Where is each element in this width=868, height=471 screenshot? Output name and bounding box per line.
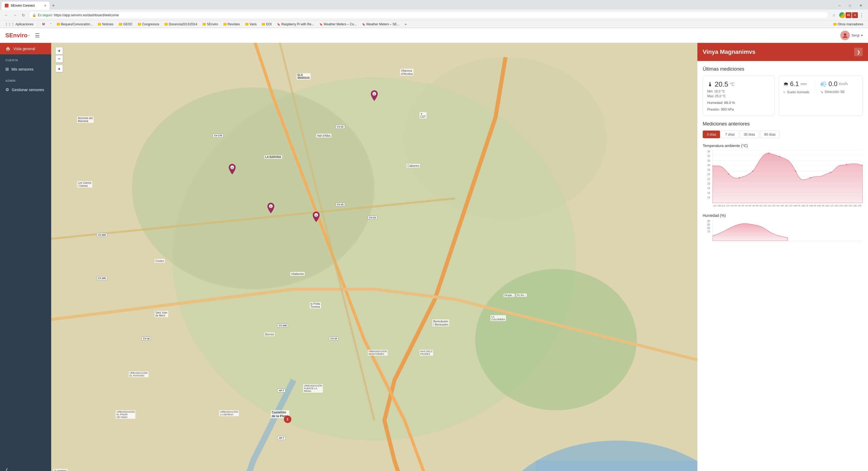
refresh-button[interactable]: ↻: [20, 12, 27, 19]
bookmark-senviro[interactable]: SEnviro: [201, 22, 220, 27]
map-container[interactable]: ELSIBARSOS Vilanovad'Alcolea Atzeneta de…: [51, 43, 698, 471]
tab-7-dias[interactable]: 7 días: [721, 131, 738, 138]
bookmark-geoc[interactable]: GEOC: [117, 22, 134, 27]
svg-point-3: [132, 88, 374, 289]
map-pin-1[interactable]: S: [370, 90, 378, 102]
zoom-out-button[interactable]: −: [56, 55, 63, 63]
svg-point-29: [752, 170, 753, 172]
map-north-button[interactable]: ▲: [56, 65, 63, 72]
bookmark-congressos[interactable]: Congressos: [136, 22, 161, 27]
rain-wind-card: 🌧 6.1 mm ○ Suelo húmedo: [779, 76, 863, 116]
pressure-value: Presión: 993 hPa: [707, 107, 770, 111]
map-pin-2[interactable]: S: [228, 164, 237, 175]
extension-icon[interactable]: 41: [846, 12, 851, 18]
sidebar-vista-general-label: Vista general: [13, 46, 35, 51]
bookmark-revistes[interactable]: Revistes: [222, 22, 242, 27]
temperature-chart-svg: [713, 150, 863, 203]
svg-text:S: S: [373, 93, 375, 95]
svg-point-27: [728, 173, 730, 174]
tab-90-dias[interactable]: 90 días: [760, 131, 780, 138]
road-sign-ap7-top: AP-7: [277, 389, 285, 393]
bookmark-misc[interactable]: *: [49, 22, 53, 27]
svg-text:S: S: [315, 214, 317, 216]
temperature-card: 🌡 20.5 °C Min: 18.0 °C Max: 25.0 °C Hume…: [703, 76, 774, 116]
map-pin-4[interactable]: S: [312, 211, 320, 223]
app-body: 🏠 Vista general CUENTA ⊞ Mis sensores AD…: [0, 43, 868, 471]
cluster-label: 2: [286, 417, 288, 421]
sidebar-collapse-button[interactable]: ❮: [0, 464, 51, 471]
zoom-in-button[interactable]: +: [56, 47, 63, 55]
road-sign-cv15-top: CV-15: [336, 125, 345, 129]
map-controls: + − ▲: [56, 47, 63, 72]
bookmark-gmail[interactable]: M: [40, 22, 46, 27]
browser-chrome: SEnviro Connect ✕ + – □ ✕ ← → ↻ 🔒 Es seg…: [0, 0, 868, 28]
bookmark-apps[interactable]: ⋮⋮⋮ Aplicaciones: [3, 22, 35, 27]
temperature-chart-wrapper: 34 32 30 28 26 24 22 20 18 16 14: [703, 150, 863, 207]
humidity-chart-title: Humedad (%): [703, 213, 863, 217]
active-tab[interactable]: SEnviro Connect ✕: [2, 2, 50, 9]
rain-value: 6.1: [790, 80, 799, 88]
bookmark-weather-co[interactable]: 🔖Weather Meters – Co...: [318, 22, 358, 27]
temperature-value: 20.5: [715, 80, 728, 89]
bookmark-weather-se[interactable]: 🔖Weather Meters – SE...: [361, 22, 401, 27]
close-button[interactable]: ✕: [855, 2, 866, 9]
bookmark-otros[interactable]: Otros marcadores: [832, 22, 865, 27]
bookmark-docencia[interactable]: Docencia2013/2014: [163, 22, 199, 27]
temperature-chart-section: Temperatura ambiente (°C) 34 32 30 28 26…: [703, 144, 863, 207]
rain-wind-section: 🌧 6.1 mm ○ Suelo húmedo: [783, 80, 858, 94]
right-panel: Vinya Magnanimvs ❯ Últimas mediciones 🌡 …: [698, 43, 868, 471]
map-cluster[interactable]: 2: [284, 415, 291, 423]
chrome-menu-button[interactable]: ⋮: [859, 12, 865, 19]
road-sign-cv10-top: CV-10: [368, 216, 377, 220]
road-sign-cv16: CV-16: [142, 337, 151, 340]
minimize-button[interactable]: –: [834, 2, 845, 9]
bookmark-noticies[interactable]: Noticies: [96, 22, 115, 27]
user-dropdown-icon[interactable]: ▾: [861, 34, 863, 37]
rain-subsection: 🌧 6.1 mm ○ Suelo húmedo: [783, 80, 809, 94]
forward-button[interactable]: →: [12, 12, 18, 19]
road-sign-cv165-top: CV-165: [96, 233, 107, 237]
map-svg: [51, 43, 698, 471]
extension-icon-2[interactable]: A: [852, 12, 858, 18]
map-pin-3[interactable]: S: [267, 203, 275, 214]
bookmark-more[interactable]: »: [403, 22, 408, 27]
svg-point-31: [779, 156, 780, 157]
road-sign-cv10-bot: CV-10: [329, 337, 338, 340]
bookmark-varis[interactable]: Varis: [244, 22, 258, 27]
temp-chart-x-labels: jue 18h jue 21h vie 0h vie 3h vie 6h vie…: [712, 204, 863, 207]
wind-unit: Km/h: [839, 82, 848, 86]
wind-value-row: 💨 0.0 Km/h: [820, 80, 848, 88]
new-tab-button[interactable]: +: [50, 2, 57, 9]
sidebar-mis-sensores-label: Mis sensores: [11, 67, 33, 71]
user-avatar[interactable]: [840, 31, 850, 40]
back-button[interactable]: ←: [3, 12, 9, 19]
sidebar-item-gestionar-sensores[interactable]: ⚙ Gestionar sensores: [0, 84, 51, 95]
chrome-menu-icon: [839, 12, 845, 18]
bookmark-beques[interactable]: Beques/Convocatòri...: [55, 22, 94, 27]
tab-30-dias[interactable]: 30 días: [740, 131, 759, 138]
tab-close-button[interactable]: ✕: [44, 4, 46, 7]
wind-value: 0.0: [829, 80, 837, 88]
bookmark-raspberry[interactable]: 🔖Raspberry Pi with Re...: [275, 22, 316, 27]
humidity-chart-wrapper: 90 85 80 75: [703, 220, 863, 241]
svg-point-34: [830, 172, 831, 173]
svg-rect-7: [536, 461, 698, 471]
measurements-row: 🌡 20.5 °C Min: 18.0 °C Max: 25.0 °C Hume…: [703, 76, 863, 116]
panel-next-button[interactable]: ❯: [854, 48, 863, 56]
menu-toggle-button[interactable]: ☰: [35, 32, 40, 39]
maximize-button[interactable]: □: [845, 2, 855, 9]
mediciones-anteriores-title: Mediciones anteriores: [703, 121, 863, 127]
bookmark-star[interactable]: ☆: [831, 12, 837, 19]
wind-icon: 💨: [820, 81, 827, 87]
humidity-chart-y-axis: 90 85 80 75: [703, 220, 711, 233]
secure-label: Es seguro: [38, 13, 52, 17]
sidebar-item-mis-sensores[interactable]: ⊞ Mis sensores: [0, 63, 51, 75]
bookmark-eoi[interactable]: EOI: [260, 22, 273, 27]
sensors-icon: ⊞: [5, 67, 9, 72]
sidebar-item-vista-general[interactable]: 🏠 Vista general: [0, 43, 51, 54]
panel-header: Vinya Magnanimvs ❯: [698, 43, 868, 61]
tab-3-dias[interactable]: 3 días: [703, 131, 720, 138]
soil-icon: ○: [783, 90, 785, 94]
rain-unit: mm: [801, 82, 807, 86]
url-bar[interactable]: 🔒 Es seguro https://app.senviro.es/dashb…: [29, 11, 829, 19]
